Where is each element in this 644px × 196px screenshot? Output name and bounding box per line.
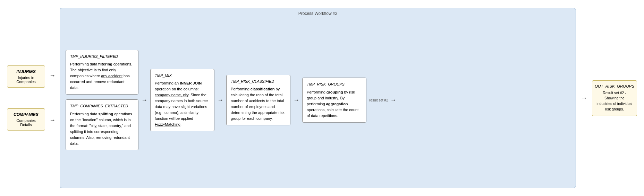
- companies-subtitle: Companies Details: [11, 118, 41, 127]
- tmp-risk-classified-box: TMP_RISK_CLASSIFIED Performing classific…: [226, 75, 290, 126]
- result-set-section: result set #2 →: [368, 97, 397, 104]
- underline-fuzzymatching: FuzzyMatching: [155, 122, 180, 126]
- inputs-column: INJURIES Injuries in Companies COMPANIES…: [7, 65, 45, 131]
- tmp-injuries-filtered-box: TMP_INJURIES_FILTERED Performing data fi…: [66, 50, 138, 95]
- workflow-container: Process Workflow #2 TMP_INJURIES_FILTERE…: [60, 8, 576, 188]
- arrow-final: →: [581, 95, 587, 102]
- tmp-risk-classified-title: TMP_RISK_CLASSIFIED: [231, 79, 286, 84]
- injuries-title: INJURIES: [16, 69, 35, 74]
- arrow-companies: →: [49, 117, 56, 124]
- tmp-risk-groups-box: TMP_RISK_GROUPS Performing grouping by r…: [302, 78, 366, 123]
- workflow-title: Process Workflow #2: [298, 11, 337, 16]
- arrow-to-classified: →: [217, 97, 223, 104]
- tmp-mix-title: TMP_MIX: [155, 73, 210, 79]
- bold-grouping: grouping: [327, 90, 343, 94]
- bold-filtering: filtering: [98, 62, 112, 66]
- tmp-mix-box: TMP_MIX Performing an INNER JOIN operati…: [150, 69, 214, 132]
- tmp-injuries-filtered-title: TMP_INJURIES_FILTERED: [70, 54, 134, 60]
- tmp-risk-groups-title: TMP_RISK_GROUPS: [307, 81, 362, 87]
- bold-aggregation: aggregation: [326, 102, 348, 106]
- arrow-to-output: →: [390, 97, 396, 104]
- underline-company-city: company name, city: [155, 93, 188, 97]
- page-container: INJURIES Injuries in Companies COMPANIES…: [0, 0, 644, 196]
- tmp-mix-text: Performing an INNER JOIN operation on th…: [155, 80, 210, 127]
- out-risk-groups-desc: Result set #2 - Showing the industries o…: [596, 90, 633, 112]
- workflow-inner: TMP_INJURIES_FILTERED Performing data fi…: [66, 18, 570, 182]
- tmp-companies-extracted-box: TMP_COMPANIES_EXTRACTED Performing data …: [66, 99, 138, 150]
- out-risk-groups-box: OUT_RISK_GROUPS Result set #2 - Showing …: [592, 80, 637, 116]
- input-arrows: → →: [49, 72, 56, 124]
- tmp-companies-extracted-text: Performing data splitting operations on …: [70, 111, 134, 146]
- tmp-risk-groups-text: Performing grouping by risk group and in…: [307, 89, 362, 119]
- tmp-companies-extracted-title: TMP_COMPANIES_EXTRACTED: [70, 103, 134, 109]
- arrow-injuries: →: [49, 72, 56, 79]
- tmp-risk-classified-text: Performing classification by calculating…: [231, 86, 286, 122]
- bold-classification: classification: [251, 87, 275, 91]
- injuries-input-box: INJURIES Injuries in Companies: [7, 65, 45, 88]
- any-accident-underline: any accident: [101, 74, 122, 78]
- bold-splitting: splitting: [98, 112, 113, 116]
- result-set-label: result set #2: [369, 98, 388, 102]
- left-stack: TMP_INJURIES_FILTERED Performing data fi…: [66, 50, 138, 151]
- bold-inner-join: INNER JOIN: [180, 81, 202, 85]
- injuries-subtitle: Injuries in Companies: [11, 75, 41, 84]
- companies-title: COMPANIES: [14, 112, 39, 117]
- companies-input-box: COMPANIES Companies Details: [7, 108, 45, 131]
- out-risk-groups-title: OUT_RISK_GROUPS: [595, 84, 634, 88]
- arrow-to-mix: →: [141, 97, 147, 104]
- tmp-injuries-filtered-text: Performing data filtering operations. Th…: [70, 61, 134, 91]
- arrow-to-groups: →: [293, 97, 299, 104]
